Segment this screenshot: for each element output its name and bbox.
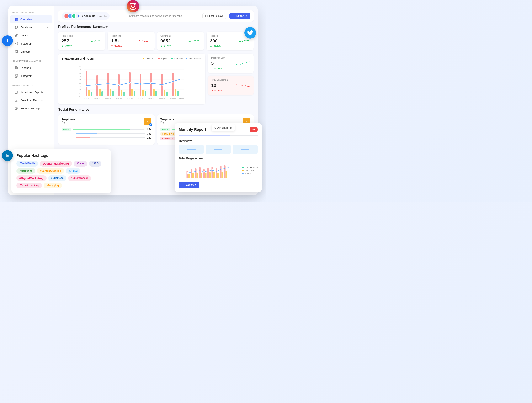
hashtag-contentcuration[interactable]: #ContentCuration <box>37 168 64 174</box>
svg-rect-49 <box>142 90 144 96</box>
hashtag-digital[interactable]: #Digital <box>66 168 80 174</box>
stat-total-posts: Total Posts 257 ▲ +39.69% <box>58 32 105 50</box>
hashtag-seo[interactable]: #SEO <box>89 161 101 166</box>
mr-export-button[interactable]: Export ▾ <box>179 182 200 188</box>
svg-text:30: 30 <box>79 76 81 77</box>
hashtag-growthhacking[interactable]: #GrowthHacking <box>16 183 42 188</box>
svg-rect-86 <box>203 169 205 179</box>
ov-line-3 <box>241 149 249 150</box>
sidebar-item-instagram[interactable]: Instagram <box>10 39 52 47</box>
mr-dot-comments <box>242 167 244 168</box>
svg-rect-44 <box>88 90 90 96</box>
svg-rect-10 <box>206 15 208 17</box>
svg-rect-45 <box>99 89 101 96</box>
svg-rect-85 <box>199 167 201 179</box>
metric-3-1: 240 <box>62 136 151 139</box>
ov-box-1 <box>179 145 204 154</box>
svg-rect-61 <box>177 91 179 96</box>
settings-icon <box>14 106 18 110</box>
sidebar-item-scheduled[interactable]: Scheduled Reports <box>10 88 52 96</box>
mr-overview-label: Overview <box>179 139 258 143</box>
chart-header: Engagement and Posts Comments Reposts Re… <box>62 57 202 60</box>
svg-text:27-01-22: 27-01-22 <box>94 98 100 100</box>
facebook-label: Facebook <box>20 26 45 29</box>
ov-line-1 <box>187 149 196 150</box>
perf-header-1: Tropicana Page T f <box>62 118 151 125</box>
facebook-badge: f <box>2 35 13 46</box>
stat-value-1: 1.5k <box>111 38 120 44</box>
svg-rect-97 <box>209 172 211 179</box>
sidebar-item-comp-facebook[interactable]: Facebook <box>10 64 52 72</box>
svg-rect-4 <box>15 91 18 94</box>
svg-rect-90 <box>220 166 222 179</box>
mr-legend-shares: Shares 2 <box>242 173 258 175</box>
monthly-report-card: Monthly Report Pdf Overview Total Engage… <box>175 123 262 192</box>
stat-change-2: ▲ +24.45% <box>160 45 171 47</box>
mr-total-eng-label: Total Engagement <box>179 157 258 160</box>
svg-rect-53 <box>91 92 92 96</box>
brand-badge-1: f <box>149 123 152 126</box>
val2-1: 358 <box>147 132 151 135</box>
hashtag-enterpreneur[interactable]: #Enterpreneur <box>68 175 91 181</box>
chart-section: Engagement and Posts Comments Reposts Re… <box>58 54 253 104</box>
right-cards: Post Per Day 5 ▲ +12.35% Total Enagement… <box>208 54 253 104</box>
twitter-badge <box>244 27 256 39</box>
svg-rect-47 <box>120 90 122 96</box>
export-button[interactable]: Export ▾ <box>229 13 250 19</box>
svg-rect-101 <box>226 171 227 179</box>
svg-point-103 <box>195 171 196 172</box>
sidebar-item-twitter[interactable]: Twitter <box>10 32 52 39</box>
val3-1: 240 <box>147 136 151 139</box>
hashtag-marketing[interactable]: #Marketing <box>16 168 35 174</box>
svg-point-66 <box>129 82 131 83</box>
hashtag-sales[interactable]: #Sales <box>74 161 87 166</box>
svg-rect-50 <box>153 89 155 96</box>
svg-rect-3 <box>16 19 18 21</box>
svg-rect-99 <box>217 173 219 179</box>
sidebar-item-settings[interactable]: Reports Settings <box>10 104 52 112</box>
date-range-picker[interactable]: Last 30 days <box>203 13 226 19</box>
hashtag-contentmarketing[interactable]: #ContentMarketing <box>40 161 72 166</box>
pdf-badge: Pdf <box>250 127 258 132</box>
sidebar-item-overview[interactable]: Overview <box>10 15 52 23</box>
svg-rect-91 <box>224 165 226 179</box>
hashtag-business[interactable]: #Business <box>48 175 66 181</box>
accounts-pill[interactable]: +4 6 Accounts Connected <box>62 13 109 19</box>
sidebar-item-linkedin[interactable]: Linkedin <box>10 48 52 56</box>
likes-bar-1 <box>73 129 145 130</box>
svg-point-62 <box>86 85 87 87</box>
sidebar-item-facebook[interactable]: Facebook ▾ <box>10 23 52 31</box>
overview-label: Overview <box>20 18 48 21</box>
post-per-day-card: Post Per Day 5 ▲ +12.35% <box>208 54 253 73</box>
svg-rect-46 <box>110 90 111 96</box>
svg-point-64 <box>107 83 109 84</box>
svg-text:35: 35 <box>79 72 81 74</box>
hashtag-digitalmarketing[interactable]: #DigitalMarketing <box>16 175 47 181</box>
svg-text:03-02-22: 03-02-22 <box>170 98 176 100</box>
hashtag-socialmedia[interactable]: #SocialMedia <box>16 161 38 166</box>
scheduled-label: Scheduled Reports <box>20 91 48 94</box>
hashtags-card: Popular Hashtags #SocialMedia #ContentMa… <box>12 149 111 193</box>
legend-post-published: Post Published <box>186 58 202 60</box>
svg-point-9 <box>16 108 17 109</box>
comments-badge-overlay: COMMENTS <box>212 124 235 131</box>
stats-row: Total Posts 257 ▲ +39.69% Reactions 1.5k… <box>58 32 253 50</box>
svg-rect-100 <box>222 172 223 179</box>
svg-text:01-02-22: 01-02-22 <box>148 98 154 100</box>
sidebar-item-comp-instagram[interactable]: Instagram <box>10 72 52 80</box>
svg-rect-39 <box>129 72 131 96</box>
svg-point-65 <box>118 84 120 86</box>
ov-line-2 <box>214 149 222 150</box>
brand-type-2: Page <box>160 121 174 123</box>
stat-label-0: Total Posts <box>62 34 102 37</box>
stat-change-3: ▲ +31.25% <box>210 45 221 47</box>
hashtag-blogging[interactable]: #Blogging <box>44 183 62 188</box>
bar3-1 <box>76 137 145 139</box>
likes-value-1: 1.5k <box>146 128 151 131</box>
sidebar-item-download[interactable]: Download Reports <box>10 96 52 104</box>
svg-text:31-01-22: 31-01-22 <box>138 98 143 100</box>
svg-text:04-02-2: 04-02-2 <box>179 98 184 100</box>
ppd-value: 5 <box>211 61 214 66</box>
svg-point-102 <box>187 172 188 174</box>
svg-rect-54 <box>101 91 103 96</box>
